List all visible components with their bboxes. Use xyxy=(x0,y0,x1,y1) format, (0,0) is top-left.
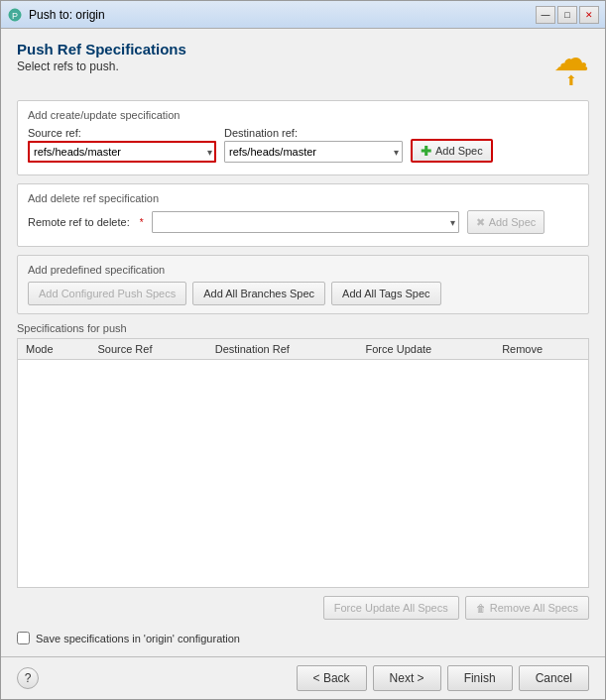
specs-table: Mode Source Ref Destination Ref Force Up… xyxy=(18,339,588,360)
col-force-update: Force Update xyxy=(358,339,495,360)
maximize-button[interactable]: □ xyxy=(557,6,577,24)
table-actions: Force Update All Specs 🗑 Remove All Spec… xyxy=(17,596,589,620)
window-icon: P xyxy=(7,7,23,23)
col-mode: Mode xyxy=(18,339,89,360)
force-update-all-specs-button: Force Update All Specs xyxy=(323,596,459,620)
add-all-branches-spec-button[interactable]: Add All Branches Spec xyxy=(192,282,325,305)
predef-title: Add predefined specification xyxy=(28,264,578,276)
footer-right: < Back Next > Finish Cancel xyxy=(297,665,589,691)
title-bar-buttons: — □ ✕ xyxy=(536,6,599,24)
specs-title: Specifications for push xyxy=(17,322,589,334)
save-specs-label[interactable]: Save specifications in 'origin' configur… xyxy=(36,633,240,644)
title-bar: P Push to: origin — □ ✕ xyxy=(1,1,605,29)
plus-icon: ✚ xyxy=(421,144,431,159)
dest-ref-label: Destination ref: xyxy=(224,127,403,139)
source-ref-label: Source ref: xyxy=(28,127,216,139)
remove-all-label: Remove All Specs xyxy=(490,602,578,614)
delete-add-spec-button: ✖ Add Spec xyxy=(467,210,545,234)
create-update-title: Add create/update specification xyxy=(28,109,578,121)
add-configured-push-specs-button[interactable]: Add Configured Push Specs xyxy=(28,282,186,305)
x-icon: ✖ xyxy=(476,216,485,229)
delete-section: Add delete ref specification Remote ref … xyxy=(17,183,589,247)
remote-ref-label: Remote ref to delete: xyxy=(28,216,130,228)
col-source-ref: Source Ref xyxy=(89,339,206,360)
specs-section: Specifications for push Mode Source Ref … xyxy=(17,322,589,620)
back-button[interactable]: < Back xyxy=(297,665,367,691)
svg-text:P: P xyxy=(12,11,18,21)
add-spec-button[interactable]: ✚ Add Spec xyxy=(411,139,493,163)
add-spec-label: Add Spec xyxy=(435,145,483,157)
minimize-button[interactable]: — xyxy=(536,6,555,24)
page-subtitle: Select refs to push. xyxy=(17,59,186,73)
help-button[interactable]: ? xyxy=(17,667,39,689)
table-header-row: Mode Source Ref Destination Ref Force Up… xyxy=(18,339,588,360)
create-update-section: Add create/update specification Source r… xyxy=(17,100,589,175)
force-update-label: Force Update All Specs xyxy=(334,602,448,614)
finish-button[interactable]: Finish xyxy=(447,665,513,691)
required-asterisk: * xyxy=(140,217,144,228)
col-remove: Remove xyxy=(494,339,588,360)
page-icon: ☁ ⬆ xyxy=(553,41,589,88)
page-header: Push Ref Specifications Select refs to p… xyxy=(17,41,589,88)
remove-all-specs-button: 🗑 Remove All Specs xyxy=(465,596,589,620)
remove-icon: 🗑 xyxy=(476,603,486,614)
save-checkbox-row: Save specifications in 'origin' configur… xyxy=(17,632,589,644)
col-dest-ref: Destination Ref xyxy=(207,339,358,360)
dest-ref-select[interactable]: refs/heads/master xyxy=(224,141,403,163)
source-ref-select[interactable]: refs/heads/master xyxy=(28,141,216,163)
main-window: P Push to: origin — □ ✕ Push Ref Specifi… xyxy=(0,0,606,700)
page-title: Push Ref Specifications xyxy=(17,41,186,58)
remote-ref-select[interactable] xyxy=(152,211,459,233)
add-all-tags-spec-button[interactable]: Add All Tags Spec xyxy=(331,282,440,305)
window-title: Push to: origin xyxy=(29,8,536,22)
next-button[interactable]: Next > xyxy=(373,665,441,691)
specs-table-container: Mode Source Ref Destination Ref Force Up… xyxy=(17,338,589,588)
delete-title: Add delete ref specification xyxy=(28,192,578,204)
delete-add-spec-label: Add Spec xyxy=(489,216,537,228)
close-button[interactable]: ✕ xyxy=(579,6,599,24)
footer: ? < Back Next > Finish Cancel xyxy=(1,656,605,699)
upload-arrow-icon: ⬆ xyxy=(565,72,577,88)
predef-section: Add predefined specification Add Configu… xyxy=(17,255,589,314)
content-area: Push Ref Specifications Select refs to p… xyxy=(1,29,605,656)
cloud-icon: ☁ xyxy=(553,41,589,76)
cancel-button[interactable]: Cancel xyxy=(519,665,589,691)
save-specs-checkbox[interactable] xyxy=(17,632,30,644)
footer-left: ? xyxy=(17,667,39,689)
